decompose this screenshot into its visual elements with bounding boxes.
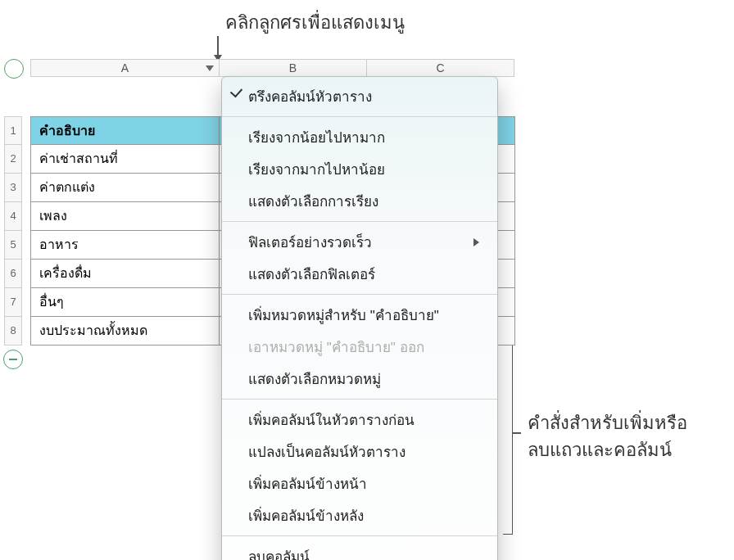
row-header[interactable]: 3 (4, 174, 22, 202)
chevron-right-icon (473, 238, 479, 246)
row-header[interactable]: 6 (4, 260, 22, 288)
menu-add-column-before[interactable]: เพิ่มคอลัมน์ข้างหน้า (222, 467, 497, 499)
menu-item-label: เอาหมวดหมู่ "คำอธิบาย" ออก (248, 336, 424, 358)
cell[interactable]: ค่าตกแต่ง (30, 174, 220, 202)
row-headers: 1 2 3 4 5 6 7 8 (4, 116, 22, 345)
callout-top-text: คลิกลูกศรเพื่อแสดงเมนู (225, 8, 405, 37)
menu-remove-category: เอาหมวดหมู่ "คำอธิบาย" ออก (222, 331, 497, 363)
menu-delete-column[interactable]: ลบคอลัมน์ (222, 540, 497, 560)
menu-item-label: แสดงตัวเลือกหมวดหมู่ (248, 368, 381, 390)
menu-item-label: เพิ่มคอลัมน์ในหัวตารางก่อน (248, 409, 415, 431)
callout-right-line2: ลบแถวและคอลัมน์ (528, 436, 687, 463)
column-header-b[interactable]: B (220, 59, 367, 77)
menu-item-label: เรียงจากน้อยไปหามาก (248, 126, 385, 148)
cell[interactable]: เพลง (30, 202, 220, 231)
row-header[interactable]: 2 (4, 145, 22, 174)
menu-add-category[interactable]: เพิ่มหมวดหมู่สำหรับ "คำอธิบาย" (222, 299, 497, 331)
cell[interactable]: อื่นๆ (30, 288, 220, 317)
cell[interactable]: งบประมาณทั้งหมด (30, 317, 220, 345)
menu-item-label: เพิ่มหมวดหมู่สำหรับ "คำอธิบาย" (248, 304, 439, 326)
menu-show-sort-options[interactable]: แสดงตัวเลือกการเรียง (222, 185, 497, 217)
row-header[interactable]: 7 (4, 288, 22, 317)
menu-separator (222, 294, 497, 295)
bracket-icon (503, 333, 513, 535)
cell[interactable]: อาหาร (30, 231, 220, 260)
menu-freeze-header-column[interactable]: ตรึงคอลัมน์หัวตาราง (222, 80, 497, 112)
menu-separator (222, 221, 497, 222)
add-row-button[interactable] (3, 350, 23, 369)
menu-item-label: เพิ่มคอลัมน์ข้างหน้า (248, 472, 367, 495)
cell[interactable]: คำอธิบาย (30, 116, 220, 145)
row-header[interactable]: 8 (4, 317, 22, 345)
cell[interactable]: ค่าเช่าสถานที่ (30, 145, 220, 174)
callout-right-text: คำสั่งสำหรับเพิ่มหรือ ลบแถวและคอลัมน์ (528, 409, 687, 463)
table-corner-handle[interactable] (4, 59, 24, 79)
menu-separator (222, 116, 497, 117)
row-header[interactable]: 5 (4, 231, 22, 260)
menu-sort-ascending[interactable]: เรียงจากน้อยไปหามาก (222, 121, 497, 153)
checkmark-icon (230, 85, 242, 98)
menu-convert-to-header-column[interactable]: แปลงเป็นคอลัมน์หัวตาราง (222, 436, 497, 467)
menu-separator (222, 535, 497, 536)
row-header[interactable]: 4 (4, 202, 22, 231)
column-header-a[interactable]: A (30, 59, 220, 77)
menu-item-label: ฟิลเตอร์อย่างรวดเร็ว (248, 231, 372, 253)
menu-separator (222, 399, 497, 400)
menu-item-label: เรียงจากมากไปหาน้อย (248, 158, 385, 180)
column-header-c[interactable]: C (367, 59, 514, 77)
column-header-label: A (121, 61, 129, 75)
menu-item-label: แปลงเป็นคอลัมน์หัวตาราง (248, 440, 406, 463)
menu-show-filter-options[interactable]: แสดงตัวเลือกฟิลเตอร์ (222, 258, 497, 290)
menu-item-label: แสดงตัวเลือกการเรียง (248, 190, 378, 212)
menu-sort-descending[interactable]: เรียงจากมากไปหาน้อย (222, 153, 497, 185)
menu-show-category-options[interactable]: แสดงตัวเลือกหมวดหมู่ (222, 363, 497, 395)
cell[interactable]: เครื่องดื่ม (30, 260, 220, 288)
column-headers: A B C (30, 59, 514, 77)
menu-item-label: ตรึงคอลัมน์หัวตาราง (248, 85, 372, 107)
menu-item-label: เพิ่มคอลัมน์ข้างหลัง (248, 504, 364, 526)
callout-arrow-icon (217, 36, 219, 61)
menu-add-column-after[interactable]: เพิ่มคอลัมน์ข้างหลัง (222, 499, 497, 531)
column-context-menu: ตรึงคอลัมน์หัวตาราง เรียงจากน้อยไปหามาก … (221, 76, 498, 560)
menu-item-label: ลบคอลัมน์ (248, 545, 310, 560)
chevron-down-icon[interactable] (206, 65, 214, 71)
menu-add-header-column-before[interactable]: เพิ่มคอลัมน์ในหัวตารางก่อน (222, 404, 497, 436)
menu-quick-filter[interactable]: ฟิลเตอร์อย่างรวดเร็ว (222, 226, 497, 258)
bracket-tick-icon (513, 432, 521, 434)
callout-right-line1: คำสั่งสำหรับเพิ่มหรือ (528, 409, 687, 436)
row-header[interactable]: 1 (4, 116, 22, 145)
menu-item-label: แสดงตัวเลือกฟิลเตอร์ (248, 263, 375, 285)
